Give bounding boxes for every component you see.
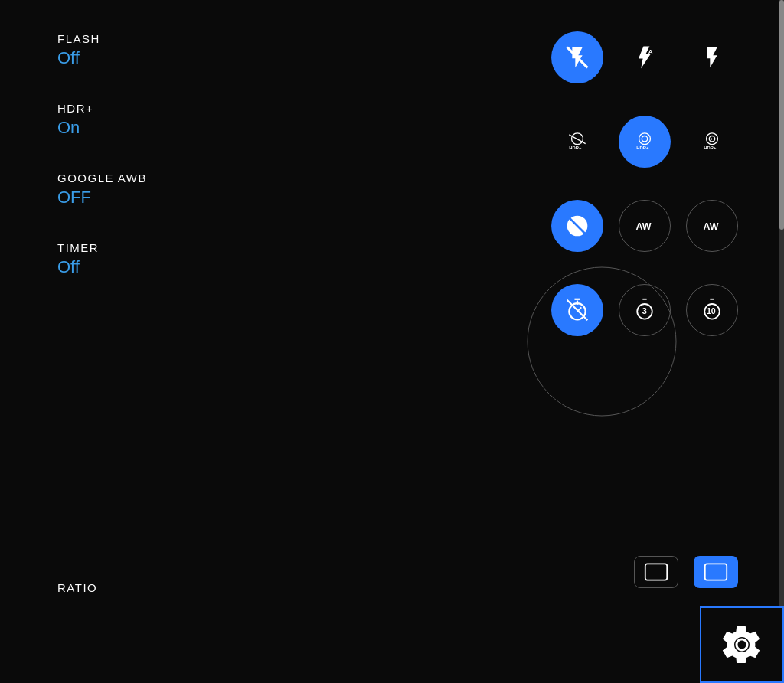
hdr-auto-button[interactable]: + HDR+ — [686, 116, 738, 168]
timer-10-button[interactable]: 10 — [686, 284, 738, 336]
svg-text:+: + — [710, 136, 713, 141]
awb-auto-svg: AW — [700, 214, 724, 238]
awb-setting-row: GOOGLE AWB OFF — [0, 155, 524, 224]
ratio-outline-button[interactable] — [634, 556, 678, 588]
hdr-value: On — [57, 118, 466, 138]
flash-options: A — [524, 15, 784, 100]
timer-setting-row: TIMER Off — [0, 224, 524, 294]
flash-value: Off — [57, 48, 466, 68]
timer-3-button[interactable]: 3 — [619, 284, 671, 336]
hdr-setting-row: HDR+ On — [0, 85, 524, 155]
svg-text:AW: AW — [703, 221, 718, 232]
hdr-on-button[interactable]: HDR+ — [619, 116, 671, 168]
svg-text:HDR+: HDR+ — [569, 145, 582, 150]
awb-value: OFF — [57, 188, 466, 208]
flash-on-button[interactable] — [686, 31, 738, 83]
ratio-active-icon — [704, 560, 728, 584]
flash-off-icon — [565, 45, 590, 70]
timer-value: Off — [57, 257, 466, 277]
svg-point-7 — [642, 136, 647, 142]
awb-on-svg: AW — [632, 214, 657, 238]
hdr-off-button[interactable]: HDR+ — [551, 116, 603, 168]
svg-point-6 — [639, 133, 651, 145]
camera-settings-panel: FLASH Off HDR+ On GOOGLE AWB OFF TIMER O… — [0, 0, 784, 683]
flash-setting-row: FLASH Off — [0, 15, 524, 85]
awb-off-icon: AW — [565, 214, 590, 238]
awb-off-button[interactable]: AW — [551, 200, 603, 252]
hdr-options: HDR+ HDR+ + HDR+ — [524, 100, 784, 184]
timer-10-circle: 10 — [686, 284, 738, 336]
flash-auto-button[interactable]: A — [619, 31, 671, 83]
hdr-auto-icon: + HDR+ — [700, 129, 724, 154]
awb-label: GOOGLE AWB — [57, 172, 466, 185]
ratio-setting-row: RATIO — [0, 564, 155, 614]
awb-auto-button[interactable]: AW — [686, 200, 738, 252]
ratio-active-button[interactable] — [694, 556, 738, 588]
settings-gear-button[interactable] — [700, 606, 784, 683]
timer-label: TIMER — [57, 241, 466, 254]
awb-on-circle: AW — [619, 200, 671, 252]
flash-on-icon — [700, 45, 724, 70]
hdr-off-icon: HDR+ — [565, 129, 590, 154]
options-column: A HDR+ — [524, 0, 784, 683]
flash-off-button[interactable] — [551, 31, 603, 83]
ratio-label: RATIO — [57, 581, 97, 594]
svg-text:HDR+: HDR+ — [704, 145, 717, 150]
svg-text:A: A — [648, 48, 653, 55]
timer-10-svg: 10 — [700, 298, 724, 322]
svg-rect-29 — [645, 564, 667, 580]
hdr-on-icon: HDR+ — [632, 129, 657, 154]
svg-text:AW: AW — [635, 221, 651, 232]
gear-icon — [722, 625, 762, 665]
timer-3-circle: 3 — [619, 284, 671, 336]
awb-options: AW AW AW — [524, 184, 784, 268]
ratio-options — [524, 530, 784, 614]
ratio-outline-icon — [644, 560, 668, 584]
hdr-label: HDR+ — [57, 102, 466, 115]
awb-auto-circle: AW — [686, 200, 738, 252]
flash-auto-icon: A — [632, 45, 657, 70]
svg-rect-30 — [705, 564, 727, 580]
scrollbar-thumb[interactable] — [779, 0, 784, 230]
timer-off-icon — [565, 298, 590, 322]
timer-off-button[interactable] — [551, 284, 603, 336]
scrollbar[interactable] — [779, 0, 784, 683]
flash-label: FLASH — [57, 32, 466, 45]
timer-options: 3 10 — [524, 268, 784, 352]
awb-on-button[interactable]: AW — [619, 200, 671, 252]
svg-text:3: 3 — [642, 306, 646, 315]
settings-labels: FLASH Off HDR+ On GOOGLE AWB OFF TIMER O… — [0, 0, 524, 683]
svg-text:HDR+: HDR+ — [636, 145, 649, 150]
timer-3-svg: 3 — [632, 298, 657, 322]
svg-text:10: 10 — [707, 306, 716, 315]
